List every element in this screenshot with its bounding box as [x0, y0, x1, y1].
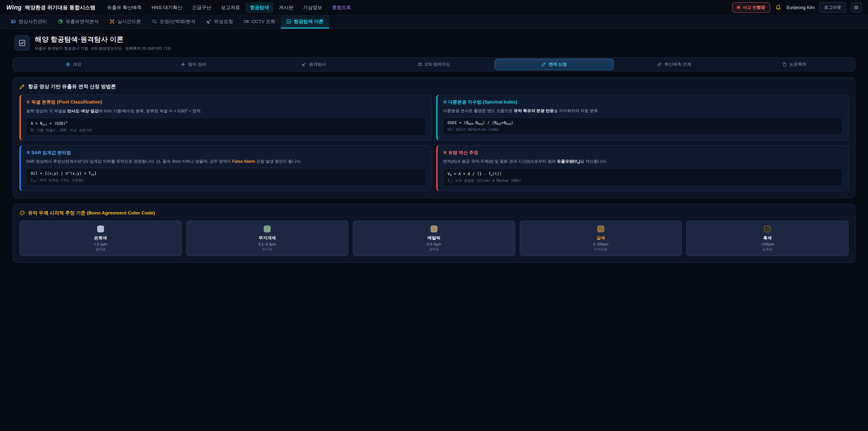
tab-cctv-view[interactable]: CCTV 조회: [239, 16, 281, 29]
method-card-body: 광학 영상의 각 픽셀을 반사도·색상·질감에 따라 기름/해수로 분류, 분류…: [26, 108, 426, 114]
plane-icon: [181, 62, 185, 67]
formula: OSDI = (BNIR-BRed) / (BNIR+BRed): [447, 120, 838, 126]
thickness-range: 0.3~5μm: [356, 242, 512, 246]
methodology-grid: ① 픽셀 분류법 (Pixel Classification) 광학 영상의 각…: [20, 94, 848, 191]
nav-item-reports[interactable]: 보고자료: [217, 2, 245, 13]
color-swatch: [597, 225, 604, 232]
globe-icon: [66, 62, 70, 67]
method-card-body: 면적(A)과 평균 유막 두께(d) 및 풍화 경과 시간(t)으로부터 원래 …: [443, 158, 843, 165]
formula: A = Noil × (GSD)2: [31, 121, 421, 126]
method-card-title: ① 픽셀 분류법 (Pixel Classification): [26, 99, 426, 105]
thickness-card-black: 흑색 >200μm 농축층: [686, 221, 848, 256]
incident-status-badge[interactable]: 사고 진행중: [732, 2, 770, 13]
color-swatch: [764, 225, 771, 232]
methodology-panel: 항공 영상 기반 유출유 면적 산정 방법론 ① 픽셀 분류법 (Pixel C…: [13, 77, 855, 198]
user-name: Eunjeong Kim: [786, 5, 815, 10]
pencil-icon: [541, 62, 546, 67]
document-chart-icon: [19, 39, 26, 47]
thickness-grid: 은회색 < 0.1μm 광택층 무지개색 0.1~0.3μm 박막층 메탈릭 0…: [20, 221, 848, 256]
tab-label: 위성요청: [214, 18, 233, 25]
hamburger-menu-button[interactable]: [851, 2, 862, 12]
section-detection-equipment[interactable]: 탐지 장비: [134, 59, 253, 70]
formula: V0 = A × d / (1 - fe(t)): [447, 172, 838, 177]
tab-image-management[interactable]: 영상사진관리: [5, 16, 53, 29]
thickness-range: 5~200μm: [523, 242, 679, 246]
thickness-layer: 두꺼운층: [523, 247, 679, 251]
section-label: ESI 방제지도: [425, 61, 450, 67]
section-diffusion-link[interactable]: 확산예측 연계: [615, 59, 734, 70]
thickness-name: 흑색: [689, 235, 845, 241]
thickness-range: < 0.1μm: [23, 242, 179, 246]
tab-realtime-drone[interactable]: 실시간드론: [104, 16, 147, 29]
tab-label: 항공탐색 이론: [294, 18, 324, 25]
tab-label: CCTV 조회: [252, 18, 275, 25]
method-card-body: 다중분광 센서로 촬영된 밴드 조합으로 유막 특유의 분광 반응을 지수화하여…: [443, 108, 843, 114]
thickness-layer: 농축층: [689, 247, 845, 251]
method-card-sar-threshold: ③ SAR 임계값 분리법 SAR 영상에서 후방산란계수(σ°)의 임계값 이…: [20, 145, 432, 191]
area-analysis-icon: [58, 19, 63, 24]
section-remote-sensing[interactable]: 원격탐사: [254, 59, 373, 70]
top-bar: Wing 해양환경 위기대응 통합시스템 유출유 확산예측 HNS·대기확산 긴…: [0, 0, 868, 16]
tab-satellite-request[interactable]: 위성요청: [201, 16, 239, 29]
method-card-title: ③ SAR 임계값 분리법: [26, 150, 426, 156]
method-card-title: ② 다중분광 지수법 (Spectral Index): [443, 99, 843, 105]
app-root: Wing 해양환경 위기대응 통합시스템 유출유 확산예측 HNS·대기확산 긴…: [0, 0, 868, 431]
tab-oil-area-analysis[interactable]: 유출유면적분석: [53, 16, 104, 29]
color-swatch: [97, 225, 104, 232]
section-label: 확산예측 연계: [664, 61, 691, 67]
tab-label: 유출유면적분석: [66, 18, 99, 25]
bonn-heading: 유막 두께 시각적 추정 기준 (Bonn Agreement Color Co…: [20, 210, 848, 216]
color-swatch: [431, 225, 437, 232]
tab-label: 실시간드론: [117, 18, 141, 25]
app-title: 해양환경 위기대응 통합시스템: [25, 4, 95, 11]
hamburger-icon: [854, 5, 859, 10]
page-title: 해양 항공탐색·원격탐사 이론: [35, 35, 171, 44]
nav-item-aerial-search[interactable]: 항공탐색: [246, 2, 274, 13]
image-icon: [11, 19, 16, 24]
section-esi-map[interactable]: ESI 방제지도: [374, 59, 493, 70]
logout-button[interactable]: 로그아웃: [819, 2, 846, 13]
nav-item-integrated-search[interactable]: 통합조회: [328, 2, 355, 13]
section-nav: 개요 탐지 장비 원격탐사 ESI 방제지도 면적 산정 확산예측 연계: [13, 57, 855, 71]
page-content: 해양 항공탐색·원격탐사 이론 유출유 원격탐지·항공감시 기법 · ESI 방…: [0, 29, 868, 281]
theory-chart-icon: [286, 19, 291, 24]
section-area-calculation[interactable]: 면적 산정: [495, 59, 614, 70]
nav-item-emergency-rescue[interactable]: 긴급구난: [188, 2, 216, 13]
bonn-color-code-panel: 유막 두께 시각적 추정 기준 (Bonn Agreement Color Co…: [13, 204, 855, 263]
thickness-card-metallic: 메탈릭 0.3~5μm 광택층: [353, 221, 515, 256]
thickness-name: 갈색: [523, 235, 679, 241]
thickness-layer: 박막층: [189, 247, 345, 251]
formula: Oil = {(x,y) | σ°(x,y) < Tth}: [31, 171, 421, 176]
top-bar-right: 사고 진행중 Eunjeong Kim 로그아웃: [732, 2, 862, 13]
map-icon: [418, 62, 422, 67]
section-papers-patents[interactable]: 논문특허: [735, 59, 854, 70]
color-swatch: [264, 225, 271, 232]
method-card-pixel-classification: ① 픽셀 분류법 (Pixel Classification) 광학 영상의 각…: [20, 94, 432, 141]
cctv-icon: [244, 19, 249, 24]
satellite-icon: [206, 19, 211, 24]
tab-pollution-ship-3d[interactable]: 오염/선박3D분석: [147, 16, 201, 29]
satellite-icon: [302, 62, 306, 67]
thickness-range: 0.1~0.3μm: [189, 242, 345, 246]
tab-label: 영상사진관리: [19, 18, 47, 25]
page-header: 해양 항공탐색·원격탐사 이론 유출유 원격탐지·항공감시 기법 · ESI 방…: [13, 35, 855, 51]
notifications-button[interactable]: [775, 4, 781, 11]
formula-note: Oil Spill Detection Index: [447, 127, 838, 131]
section-label: 탐지 장비: [188, 61, 206, 67]
thickness-name: 무지개색: [189, 235, 345, 241]
page-header-icon-box: [14, 35, 30, 51]
pencil-icon: [20, 84, 25, 89]
palette-icon: [20, 210, 25, 216]
bell-icon: [775, 4, 781, 11]
nav-item-board[interactable]: 게시판: [274, 2, 298, 13]
tab-aerial-theory[interactable]: 항공탐색 이론: [281, 16, 329, 29]
bonn-heading-label: 유막 두께 시각적 추정 기준 (Bonn Agreement Color Co…: [28, 210, 155, 216]
formula-note: N: 기름 픽셀수, GSD: 지상 표본거리: [31, 128, 421, 132]
nav-item-weather-info[interactable]: 기상정보: [299, 2, 327, 13]
thickness-name: 은회색: [23, 235, 179, 241]
tab-label: 오염/선박3D분석: [160, 18, 195, 25]
nav-item-spill-forecast[interactable]: 유출유 확산예측: [103, 2, 146, 13]
section-overview[interactable]: 개요: [14, 59, 133, 70]
formula-note: Tth: 최적 임계값 (국소 적응형): [31, 178, 421, 183]
nav-item-hns-atmospheric[interactable]: HNS·대기확산: [147, 2, 187, 13]
